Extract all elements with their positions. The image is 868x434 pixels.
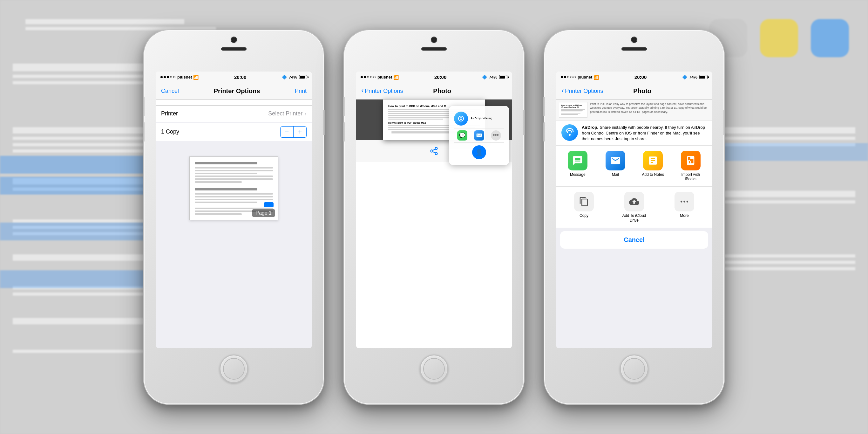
copy-action-icon[interactable] bbox=[574, 192, 594, 211]
mail-icon-small[interactable]: ✉️ bbox=[474, 131, 484, 141]
icloud-action-item: Add To iCloud Drive bbox=[620, 192, 648, 223]
mail-icon-svg bbox=[610, 155, 621, 166]
mail-app-icon[interactable] bbox=[606, 151, 625, 170]
phone-1: plusnet 📶 20:00 🔷 74% Cancel Printer Opt… bbox=[143, 30, 324, 405]
ibooks-app-icon[interactable] bbox=[681, 151, 701, 170]
share-button[interactable] bbox=[428, 145, 440, 157]
back-button-3[interactable]: ‹ Printer Options bbox=[561, 88, 603, 94]
time-1: 20:00 bbox=[234, 75, 246, 80]
action-icons-row: Copy Add To iCloud Drive bbox=[556, 186, 712, 228]
speaker bbox=[221, 47, 247, 51]
camera-2 bbox=[431, 37, 437, 42]
printer-options-content: Printer Select Printer › 1 Copy − + bbox=[156, 105, 312, 348]
printer-row[interactable]: Printer Select Printer › bbox=[156, 106, 312, 122]
printer-value: Select Printer › bbox=[268, 110, 307, 117]
carrier-2: plusnet bbox=[377, 75, 392, 80]
chevron-right-icon: › bbox=[304, 110, 307, 117]
nav-title-3: Photo bbox=[633, 87, 651, 95]
cancel-button-1[interactable]: Cancel bbox=[161, 88, 179, 94]
message-icon-svg bbox=[572, 155, 583, 166]
battery-2 bbox=[499, 75, 507, 79]
home-button-1[interactable] bbox=[220, 354, 248, 383]
dot-2 bbox=[364, 76, 366, 78]
dot-4 bbox=[170, 76, 172, 78]
preview-line bbox=[195, 213, 242, 215]
nav-bar-2: ‹ Printer Options Photo bbox=[356, 83, 512, 99]
share-sheet-content: How to print to PDF on iPhone, iPad and … bbox=[556, 99, 712, 348]
dot-4 bbox=[570, 76, 572, 78]
vol-down-btn-3 bbox=[543, 122, 545, 142]
preview-btn bbox=[264, 202, 274, 207]
mail-label: Mail bbox=[612, 172, 619, 177]
signal-dots-3 bbox=[561, 76, 576, 78]
copy-label: 1 Copy bbox=[161, 128, 179, 135]
phone-top bbox=[144, 30, 324, 71]
plus-button[interactable]: + bbox=[293, 126, 306, 137]
printer-section: Printer Select Printer › bbox=[156, 105, 312, 122]
back-label-3: Printer Options bbox=[565, 88, 603, 94]
preview-line bbox=[195, 193, 273, 195]
minus-button[interactable]: − bbox=[281, 126, 293, 137]
msg-icon-small[interactable]: 💬 bbox=[457, 131, 467, 141]
airdrop-icon bbox=[454, 112, 468, 125]
bg-line-r bbox=[704, 267, 855, 270]
airdrop-info: AirDrop. Share instantly with people nea… bbox=[582, 124, 707, 142]
wifi-icon-1: 📶 bbox=[193, 75, 198, 80]
bluetooth-icon-1: 🔷 bbox=[282, 75, 287, 80]
message-app-icon[interactable] bbox=[568, 151, 587, 170]
status-left-3: plusnet 📶 bbox=[561, 75, 599, 80]
home-button-3[interactable] bbox=[620, 354, 648, 383]
dot-1 bbox=[361, 76, 363, 78]
notes-icon-svg bbox=[648, 155, 658, 166]
airdrop-desc: AirDrop. Waiting... bbox=[470, 117, 495, 120]
page-preview: Page 1 bbox=[189, 156, 278, 220]
preview-title-line bbox=[195, 162, 257, 164]
cloud-icon-svg bbox=[629, 197, 639, 207]
share-apps-mini: 💬 ✉️ ••• bbox=[454, 128, 504, 142]
home-button-2[interactable] bbox=[420, 354, 448, 383]
wifi-icon-3: 📶 bbox=[593, 75, 599, 80]
printer-label: Printer bbox=[161, 110, 178, 117]
thumb-line bbox=[561, 109, 585, 110]
preview-subtitle-line bbox=[195, 188, 257, 191]
battery-3 bbox=[699, 75, 708, 79]
ibooks-icon-svg bbox=[685, 155, 696, 166]
dot-3 bbox=[367, 76, 369, 78]
airdrop-wifi-icon bbox=[457, 115, 465, 122]
message-app-item: Message bbox=[565, 151, 590, 181]
copy-action-item: Copy bbox=[570, 192, 598, 223]
bg-line bbox=[25, 19, 184, 24]
phones-container: plusnet 📶 20:00 🔷 74% Cancel Printer Opt… bbox=[143, 30, 725, 405]
icloud-action-icon[interactable] bbox=[624, 192, 644, 211]
airdrop-popup: AirDrop. Waiting... 💬 ✉️ ••• 👤 bbox=[449, 106, 509, 165]
cancel-sheet-button[interactable]: Cancel bbox=[560, 231, 708, 249]
dot-3 bbox=[567, 76, 569, 78]
page-number-badge: Page 1 bbox=[252, 209, 275, 217]
airdrop-desc-text: Share instantly with people nearby. If t… bbox=[582, 125, 705, 141]
copy-icon-svg bbox=[579, 197, 589, 207]
back-button-2[interactable]: ‹ Printer Options bbox=[361, 88, 403, 94]
svg-point-2 bbox=[683, 201, 685, 203]
phone-top-3 bbox=[544, 30, 724, 71]
dot-1 bbox=[561, 76, 563, 78]
select-printer-text: Select Printer bbox=[268, 110, 303, 117]
bg-app-icon bbox=[811, 19, 849, 57]
bg-line-r bbox=[703, 127, 855, 134]
chevron-left-icon-3: ‹ bbox=[561, 87, 564, 94]
phone-top-2 bbox=[344, 30, 524, 71]
bg-app-icon bbox=[760, 19, 798, 57]
print-button-1[interactable]: Print bbox=[295, 88, 307, 94]
mail-app-item: Mail bbox=[603, 151, 628, 181]
camera bbox=[231, 37, 237, 42]
thumb-title: How to print to PDF on iPhone, iPad and … bbox=[561, 104, 585, 108]
carrier-1: plusnet bbox=[177, 75, 192, 80]
more-action-icon[interactable] bbox=[675, 192, 694, 211]
notes-app-icon[interactable] bbox=[643, 151, 663, 170]
dot-1 bbox=[160, 76, 163, 78]
more-dots-small[interactable]: ••• bbox=[491, 131, 501, 141]
chevron-left-icon-2: ‹ bbox=[361, 87, 364, 94]
icloud-action-label: Add To iCloud Drive bbox=[620, 213, 648, 223]
vol-up-btn bbox=[143, 97, 145, 116]
status-right-3: 🔷 74% bbox=[682, 75, 708, 80]
preview-line bbox=[195, 167, 273, 169]
